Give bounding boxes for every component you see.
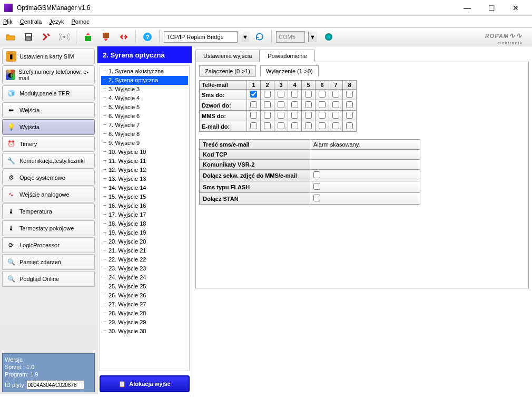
menu-plik[interactable]: Plik (3, 18, 13, 25)
grid-checkbox[interactable] (319, 91, 326, 98)
output-item[interactable]: 20. Wyjscie 20 (101, 237, 188, 246)
mms-seq-checkbox[interactable] (313, 171, 320, 178)
output-item[interactable]: 17. Wyjscie 17 (101, 210, 188, 219)
stan-checkbox[interactable] (313, 195, 320, 201)
menu-jezyk[interactable]: Język (49, 18, 64, 25)
grid-checkbox[interactable] (346, 112, 353, 119)
connection-combo-arrow[interactable]: ▼ (241, 32, 249, 42)
grid-checkbox[interactable] (291, 122, 298, 129)
grid-checkbox[interactable] (305, 122, 312, 129)
output-item[interactable]: 21. Wyjscie 21 (101, 246, 188, 255)
output-item[interactable]: 26. Wyjscie 26 (101, 291, 188, 300)
sidebar-item-analog[interactable]: ∿Wejście analogowe (2, 187, 95, 202)
grid-checkbox[interactable] (305, 101, 312, 108)
sidebar-item-events[interactable]: 🔍Pamięć zdarzeń (2, 254, 95, 270)
alloc-button[interactable]: 📋 Alokacja wyjść (100, 375, 190, 392)
grid-checkbox[interactable] (278, 101, 284, 108)
output-item[interactable]: 16. Wyjscie 16 (101, 201, 188, 210)
sidebar-item-outputs[interactable]: 💡Wyjścia (2, 119, 95, 135)
download-icon[interactable] (98, 30, 113, 44)
grid-checkbox[interactable] (346, 122, 353, 129)
sidebar-item-temp[interactable]: 🌡Temperatura (2, 204, 95, 219)
connection-combo[interactable]: TCP/IP Ropam Bridge (164, 31, 238, 43)
grid-checkbox[interactable] (305, 112, 312, 119)
refresh-icon[interactable] (252, 30, 267, 44)
grid-checkbox[interactable] (332, 122, 339, 129)
output-item[interactable]: 1. Syrena akustyczna (101, 67, 188, 76)
output-item[interactable]: 25. Wyjscie 25 (101, 282, 188, 291)
output-item[interactable]: 27. Wyjscie 27 (101, 300, 188, 309)
disconnect-icon[interactable] (116, 30, 131, 44)
grid-checkbox[interactable] (278, 122, 284, 129)
sidebar-item-zones[interactable]: ◐Strefy,numery telefonów, e-mail (2, 65, 95, 84)
grid-checkbox[interactable] (264, 112, 271, 119)
sidebar-item-online[interactable]: 🔍Podgląd Online (2, 271, 95, 287)
sidebar-item-sim[interactable]: ▮Ustawienia karty SIM (2, 49, 95, 64)
flash-checkbox[interactable] (313, 183, 320, 190)
sidebar-item-timers[interactable]: ⏰Timery (2, 136, 95, 152)
output-item[interactable]: 13. Wyjscie 13 (101, 175, 188, 183)
grid-checkbox[interactable] (346, 91, 353, 98)
close-button[interactable]: ✕ (504, 0, 528, 16)
grid-checkbox[interactable] (278, 112, 284, 119)
grid-checkbox[interactable] (346, 101, 353, 108)
grid-checkbox[interactable] (250, 122, 257, 129)
grid-checkbox[interactable] (264, 101, 271, 108)
output-tree[interactable]: 1. Syrena akustyczna2. Syrena optyczna3.… (100, 65, 190, 371)
help-icon[interactable]: ? (140, 30, 155, 44)
sidebar-item-system[interactable]: ⚙Opcje systemowe (2, 170, 95, 186)
grid-checkbox[interactable] (319, 101, 326, 108)
tab-settings[interactable]: Ustawienia wyjscia (195, 50, 260, 62)
subtab-on[interactable]: Załączenie (0->1) (199, 65, 256, 77)
minimize-button[interactable]: — (455, 0, 479, 16)
output-item[interactable]: 24. Wyjscie 24 (101, 273, 188, 282)
hammer-icon[interactable] (39, 30, 54, 44)
grid-checkbox[interactable] (332, 91, 339, 98)
output-item[interactable]: 23. Wyjscie 23 (101, 264, 188, 273)
port-combo-arrow[interactable]: ▼ (308, 32, 317, 42)
sidebar-item-logic[interactable]: ⟳LogicProcessor (2, 237, 95, 253)
grid-checkbox[interactable] (264, 122, 271, 129)
antenna-icon[interactable] (57, 30, 72, 44)
grid-checkbox[interactable] (305, 91, 312, 98)
maximize-button[interactable]: ☐ (479, 0, 504, 16)
grid-checkbox[interactable] (332, 101, 339, 108)
grid-checkbox[interactable] (291, 112, 298, 119)
subtab-off[interactable]: Wyłączenie (1->0) (260, 65, 319, 77)
upload-icon[interactable] (81, 30, 95, 44)
output-item[interactable]: 22. Wyjscie 22 (101, 255, 188, 264)
output-item[interactable]: 11. Wyjscie 11 (101, 157, 188, 166)
tcp-code-input[interactable] (313, 151, 417, 158)
output-item[interactable]: 2. Syrena optyczna (101, 76, 188, 85)
output-item[interactable]: 30. Wyjscie 30 (101, 327, 188, 336)
grid-checkbox[interactable] (319, 112, 326, 119)
output-item[interactable]: 3. Wyjscie 3 (101, 85, 188, 94)
board-id-field[interactable] (26, 380, 84, 390)
grid-checkbox[interactable] (250, 101, 257, 108)
save-icon[interactable] (21, 30, 36, 44)
output-item[interactable]: 4. Wyjscie 4 (101, 94, 188, 103)
output-item[interactable]: 5. Wyjscie 5 (101, 103, 188, 112)
grid-checkbox[interactable] (250, 112, 257, 119)
menu-centrala[interactable]: Centrala (20, 18, 42, 25)
output-item[interactable]: 7. Wyjscie 7 (101, 121, 188, 130)
output-item[interactable]: 6. Wyjscie 6 (101, 112, 188, 121)
output-item[interactable]: 19. Wyjscie 19 (101, 228, 188, 237)
output-item[interactable]: 28. Wyjscie 28 (101, 309, 188, 318)
output-item[interactable]: 29. Wyjscie 29 (101, 318, 188, 327)
grid-checkbox[interactable] (319, 122, 326, 129)
grid-checkbox[interactable] (250, 91, 257, 98)
grid-checkbox[interactable] (291, 91, 298, 98)
output-item[interactable]: 14. Wyjscie 14 (101, 183, 188, 192)
output-item[interactable]: 18. Wyjscie 18 (101, 219, 188, 228)
output-item[interactable]: 10. Wyjscie 10 (101, 148, 188, 157)
menu-pomoc[interactable]: Pomoc (71, 18, 89, 25)
output-item[interactable]: 9. Wyjscie 9 (101, 139, 188, 148)
output-item[interactable]: 8. Wyjscie 8 (101, 130, 188, 139)
sms-content-input[interactable] (313, 141, 417, 148)
sidebar-item-thermo[interactable]: 🌡Termostaty pokojowe (2, 220, 95, 236)
output-item[interactable]: 15. Wyjscie 15 (101, 192, 188, 201)
grid-checkbox[interactable] (291, 101, 298, 108)
tab-notification[interactable]: Powiadomienie (260, 50, 315, 62)
port-combo[interactable]: COM5 (276, 31, 305, 43)
